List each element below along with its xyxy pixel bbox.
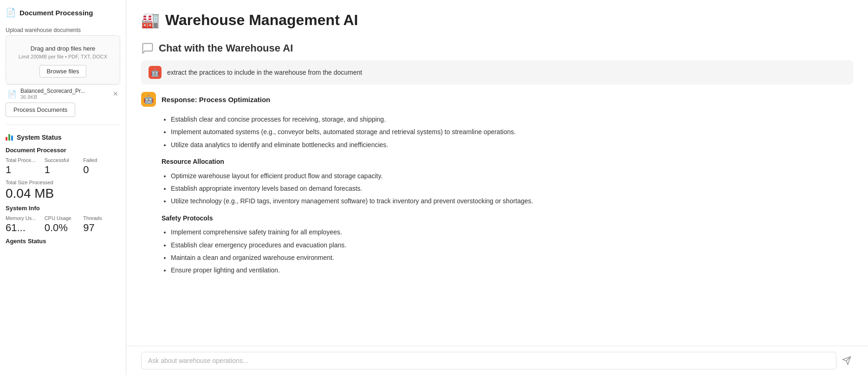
- send-icon: [842, 356, 851, 365]
- main-title-text: Warehouse Management AI: [165, 12, 358, 29]
- list-item: Establish appropriate inventory levels b…: [171, 183, 853, 194]
- sidebar: 📄 Document Processing Upload warehouse d…: [0, 0, 126, 375]
- agents-status-section: Agents Status: [6, 238, 120, 245]
- browse-files-button[interactable]: Browse files: [39, 65, 86, 78]
- stat-threads-value: 97: [83, 222, 120, 234]
- file-item: 📄 Balanced_Scorecard_Pr... 36.9KB ✕: [6, 84, 120, 103]
- stat-memory: Memory Us... 61...: [6, 215, 43, 234]
- file-remove-button[interactable]: ✕: [113, 90, 118, 97]
- ai-response-header: 🤖 Response: Process Optimization: [141, 92, 853, 107]
- list-item: Implement comprehensive safety training …: [171, 227, 853, 237]
- stat-successful-label: Successful: [45, 157, 82, 163]
- stat-memory-value: 61...: [6, 222, 43, 234]
- response-content: Establish clear and concise processes fo…: [141, 114, 853, 276]
- list-item: Implement automated systems (e.g., conve…: [171, 127, 853, 137]
- doc-processor-title: Document Processor: [6, 147, 120, 154]
- stat-cpu-label: CPU Usage: [45, 215, 82, 221]
- total-size-value: 0.04 MB: [6, 186, 120, 201]
- ai-response-title: Response: Process Optimization: [162, 96, 270, 103]
- stat-total-label: Total Proce...: [6, 157, 43, 163]
- warehouse-emoji: 🏭: [141, 11, 160, 29]
- stat-total: Total Proce... 1: [6, 157, 43, 176]
- ai-avatar: 🤖: [141, 92, 156, 107]
- system-info-stats: Memory Us... 61... CPU Usage 0.0% Thread…: [6, 215, 120, 234]
- divider: [6, 124, 120, 125]
- chat-heading-text: Chat with the Warehouse AI: [159, 42, 293, 54]
- stat-memory-label: Memory Us...: [6, 215, 43, 221]
- chat-input-container: [126, 346, 868, 375]
- file-name: Balanced_Scorecard_Pr...: [20, 88, 109, 94]
- stat-total-value: 1: [6, 164, 43, 176]
- system-status-section: System Status Document Processor Total P…: [6, 132, 120, 248]
- list-item: Optimize warehouse layout for efficient …: [171, 171, 853, 181]
- sidebar-title-text: Document Processing: [19, 9, 93, 17]
- doc-processor-section: Document Processor Total Proce... 1 Succ…: [6, 147, 120, 201]
- response-section-1-list: Establish clear and concise processes fo…: [162, 114, 853, 150]
- main-content: 🏭 Warehouse Management AI Chat with the …: [126, 0, 868, 375]
- chat-input[interactable]: [141, 352, 836, 369]
- ai-avatar-emoji: 🤖: [143, 94, 154, 104]
- chat-heading: Chat with the Warehouse AI: [141, 34, 853, 60]
- chat-section: Chat with the Warehouse AI 🤖 extract the…: [126, 34, 868, 346]
- drop-zone[interactable]: Drag and drop files here Limit 200MB per…: [6, 35, 120, 84]
- doc-processor-stats: Total Proce... 1 Successful 1 Failed 0: [6, 157, 120, 176]
- bar-chart-icon: [6, 132, 13, 142]
- file-info: Balanced_Scorecard_Pr... 36.9KB: [20, 88, 109, 100]
- list-item: Utilize technology (e.g., RFID tags, inv…: [171, 196, 853, 206]
- upload-section: Upload warehouse documents Drag and drop…: [6, 27, 120, 117]
- drag-text: Drag and drop files here: [12, 45, 114, 52]
- system-info-section: System Info Memory Us... 61... CPU Usage…: [6, 205, 120, 234]
- safety-protocols-title: Safety Protocols: [162, 213, 853, 223]
- ai-response: 🤖 Response: Process Optimization Establi…: [141, 92, 853, 285]
- file-icon: 📄: [7, 90, 17, 98]
- process-documents-button[interactable]: Process Documents: [6, 103, 75, 117]
- stat-failed-value: 0: [83, 164, 120, 176]
- list-item: Establish clear emergency procedures and…: [171, 240, 853, 250]
- send-button[interactable]: [840, 354, 853, 367]
- main-header: 🏭 Warehouse Management AI: [126, 0, 868, 34]
- stat-threads-label: Threads: [83, 215, 120, 221]
- stat-successful-value: 1: [45, 164, 82, 176]
- stat-cpu-value: 0.0%: [45, 222, 82, 234]
- stat-failed: Failed 0: [83, 157, 120, 176]
- upload-label: Upload warehouse documents: [6, 27, 120, 33]
- user-avatar: 🤖: [149, 66, 162, 79]
- system-info-title: System Info: [6, 205, 120, 212]
- doc-icon: 📄: [6, 7, 16, 18]
- stat-successful: Successful 1: [45, 157, 82, 176]
- file-size: 36.9KB: [20, 94, 109, 100]
- system-status-title: System Status: [6, 132, 120, 142]
- agents-status-title: Agents Status: [6, 238, 120, 245]
- list-item: Ensure proper lighting and ventilation.: [171, 265, 853, 275]
- system-status-label: System Status: [17, 134, 61, 141]
- stat-cpu: CPU Usage 0.0%: [45, 215, 82, 234]
- list-item: Utilize data analytics to identify and e…: [171, 140, 853, 150]
- stat-failed-label: Failed: [83, 157, 120, 163]
- total-size-label: Total Size Processed: [6, 180, 120, 185]
- sidebar-title: 📄 Document Processing: [6, 7, 120, 21]
- stat-threads: Threads 97: [83, 215, 120, 234]
- resource-allocation-title: Resource Allocation: [162, 156, 853, 167]
- user-message: 🤖 extract the practices to include in th…: [141, 60, 853, 84]
- main-title: 🏭 Warehouse Management AI: [141, 11, 853, 29]
- list-item: Establish clear and concise processes fo…: [171, 114, 853, 124]
- file-limit-text: Limit 200MB per file • PDF, TXT, DOCX: [12, 54, 114, 59]
- chat-bubble-icon: [141, 42, 154, 55]
- response-section-2-list: Optimize warehouse layout for efficient …: [162, 171, 853, 207]
- user-avatar-emoji: 🤖: [150, 68, 160, 77]
- user-message-text: extract the practices to include in the …: [167, 69, 362, 76]
- list-item: Maintain a clean and organized warehouse…: [171, 252, 853, 263]
- response-section-3-list: Implement comprehensive safety training …: [162, 227, 853, 276]
